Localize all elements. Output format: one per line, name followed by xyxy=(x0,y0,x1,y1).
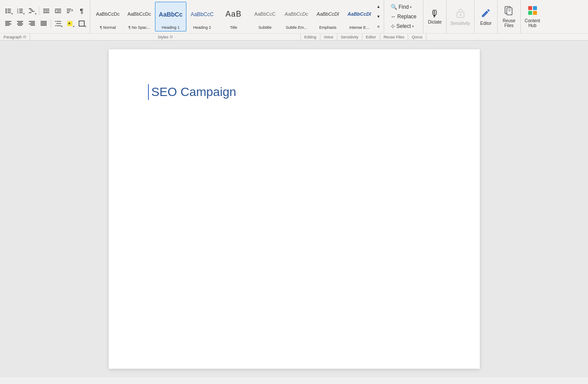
sensitivity-icon xyxy=(455,8,466,20)
voice-label-text: Voice xyxy=(324,35,334,39)
editor-label-item[interactable]: Editor xyxy=(362,34,380,40)
reuse-files-button[interactable]: Reuse Files xyxy=(499,1,519,32)
voice-label-item[interactable]: Voice xyxy=(320,34,337,40)
select-button[interactable]: ⊹ Select ▾ xyxy=(388,22,420,31)
increase-indent-button[interactable] xyxy=(52,5,64,17)
editing-controls: 🔍 Find ▾ ↔ Replace ⊹ Select ▾ xyxy=(384,0,423,33)
align-right-button[interactable] xyxy=(26,18,38,29)
style-no-spacing[interactable]: AaBbCcDc ¶ No Spac... xyxy=(124,2,155,31)
style-heading2-preview: AaBbCcC xyxy=(191,4,214,25)
show-formatting-button[interactable]: ¶ xyxy=(76,5,87,17)
document-heading[interactable]: SEO Campaign xyxy=(148,84,440,100)
align-justify-button[interactable] xyxy=(38,18,49,29)
find-label: Find xyxy=(399,4,409,10)
style-heading2[interactable]: AaBbCcC Heading 2 xyxy=(186,2,218,31)
svg-point-56 xyxy=(460,14,461,16)
style-title[interactable]: AaB Title xyxy=(218,2,249,31)
multilevel-list-button[interactable]: ▾ xyxy=(26,5,38,17)
svg-rect-61 xyxy=(528,6,532,10)
style-normal[interactable]: AaBbCcDc ¶ Normal xyxy=(92,2,124,31)
dictate-label: Dictate xyxy=(428,20,441,24)
dictate-button[interactable]: 🎙 Dictate xyxy=(425,1,444,32)
editor-label: Editor xyxy=(480,21,492,26)
document-page[interactable]: SEO Campaign xyxy=(109,49,480,369)
svg-text:A: A xyxy=(68,21,71,25)
styles-grid: AaBbCcDc ¶ Normal AaBbCcDc ¶ No Spac... xyxy=(92,2,375,31)
separator2 xyxy=(51,19,51,28)
align-center-button[interactable] xyxy=(14,18,26,29)
svg-point-2 xyxy=(6,10,7,11)
editing-section: 🔍 Find ▾ ↔ Replace ⊹ Select ▾ xyxy=(384,0,423,33)
styles-expand-icon: ⊡ xyxy=(170,35,173,39)
style-subtitle[interactable]: AaBbCcC Subtitle xyxy=(249,2,281,31)
voice-section: 🎙 Dictate xyxy=(423,0,447,33)
paragraph-label-item[interactable]: Paragraph ⊡ xyxy=(0,34,30,40)
style-heading1-preview: AaBbCc xyxy=(159,4,182,25)
styles-section: AaBbCcDc ¶ Normal AaBbCcDc ¶ No Spac... xyxy=(90,0,384,33)
sort-button[interactable]: AZ xyxy=(64,5,76,17)
select-caret: ▾ xyxy=(412,24,414,28)
svg-rect-64 xyxy=(533,11,537,15)
style-title-label: Title xyxy=(230,26,237,30)
style-heading2-label: Heading 2 xyxy=(193,26,211,30)
shading-button[interactable]: A ▾ xyxy=(64,18,76,29)
style-heading1[interactable]: AaBbCc Heading 1 xyxy=(155,2,186,31)
style-subtle-emphasis[interactable]: AaBbCcDc Subtle Em... xyxy=(281,2,312,31)
styles-gallery-container: AaBbCcDc ¶ Normal AaBbCcDc ¶ No Spac... xyxy=(90,0,384,33)
svg-rect-63 xyxy=(528,11,532,15)
svg-rect-58 xyxy=(507,8,512,15)
sensitivity-label-item[interactable]: Sensitivity xyxy=(337,34,363,40)
gallery-more[interactable]: ≡ xyxy=(375,23,382,31)
svg-marker-47 xyxy=(55,21,56,22)
replace-icon: ↔ xyxy=(391,14,396,20)
style-intense-emphasis-preview: AaBbCcDI xyxy=(347,4,371,25)
style-subtitle-preview: AaBbCcC xyxy=(254,4,275,25)
find-caret: ▾ xyxy=(410,5,412,9)
styles-label-text: Styles xyxy=(158,35,168,39)
paragraph-label-text: Paragraph xyxy=(3,35,22,39)
replace-button[interactable]: ↔ Replace xyxy=(388,12,420,21)
style-normal-label: ¶ Normal xyxy=(100,26,116,30)
para-row1: ▾ 1.2.3. ▾ ▾ xyxy=(2,3,88,17)
align-left-button[interactable] xyxy=(3,18,14,29)
borders-button[interactable]: ▾ xyxy=(76,18,87,29)
editor-button[interactable]: Editor xyxy=(476,1,495,32)
svg-marker-23 xyxy=(55,10,56,12)
svg-point-0 xyxy=(6,8,7,10)
line-spacing-button[interactable]: ▾ xyxy=(52,18,64,29)
ordered-list-button[interactable]: 1.2.3. ▾ xyxy=(14,5,26,17)
content-hub-button[interactable]: Content Hub xyxy=(523,1,542,32)
find-button[interactable]: 🔍 Find ▾ xyxy=(388,3,420,11)
unordered-list-button[interactable]: ▾ xyxy=(3,5,14,17)
style-subtitle-label: Subtitle xyxy=(258,26,272,30)
style-intense-emphasis[interactable]: AaBbCcDI Intense E... xyxy=(344,2,375,31)
style-heading1-label: Heading 1 xyxy=(162,26,179,30)
gallery-scroll: ▲ ▼ ≡ xyxy=(375,2,382,31)
microphone-icon: 🎙 xyxy=(430,9,440,19)
qorus-label-item[interactable]: Qorus xyxy=(408,34,426,40)
style-intense-emphasis-label: Intense E... xyxy=(349,26,369,30)
style-emphasis-label: Emphasis xyxy=(319,26,337,30)
style-title-preview: AaB xyxy=(225,4,241,25)
svg-marker-19 xyxy=(43,10,45,12)
style-normal-preview: AaBbCcDc xyxy=(96,4,120,25)
content-hub-label: Content Hub xyxy=(525,18,540,28)
editing-label-text: Editing xyxy=(304,35,316,39)
select-icon: ⊹ xyxy=(391,23,395,29)
editing-label-item[interactable]: Editing xyxy=(301,34,320,40)
bottom-labels: Paragraph ⊡ Styles ⊡ Editing Voice Sensi… xyxy=(0,33,588,40)
styles-label-item[interactable]: Styles ⊡ xyxy=(30,34,301,40)
reuse-files-label-item[interactable]: Reuse Files xyxy=(380,34,409,40)
paragraph-expand-icon: ⊡ xyxy=(23,35,26,39)
decrease-indent-button[interactable] xyxy=(41,5,52,17)
style-subtle-emphasis-label: Subtle Em... xyxy=(285,26,307,30)
style-no-spacing-label: ¶ No Spac... xyxy=(128,26,150,30)
svg-text:3.: 3. xyxy=(17,11,19,14)
content-hub-icon xyxy=(527,5,538,17)
document-area: SEO Campaign xyxy=(0,41,588,377)
svg-text:AZ: AZ xyxy=(71,9,73,12)
qorus-section: Content Hub xyxy=(521,0,544,33)
gallery-scroll-down[interactable]: ▼ xyxy=(375,13,382,21)
gallery-scroll-up[interactable]: ▲ xyxy=(375,3,382,10)
style-emphasis[interactable]: AaBbCcDI Emphasis xyxy=(312,2,344,31)
